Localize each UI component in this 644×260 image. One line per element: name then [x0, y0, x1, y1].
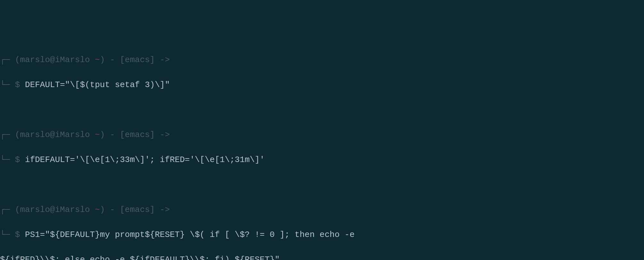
prompt-tilde: ~	[95, 205, 100, 215]
prompt-bracket-top: ┌─	[0, 130, 15, 140]
terminal-blank-2	[0, 179, 644, 191]
terminal-line-2: └─ $ DEFAULT="\[$(tput setaf 3)\]"	[0, 79, 644, 91]
command-text: ifDEFAULT='\[\e[1\;33m\]'; ifRED='\[\e[1…	[25, 155, 265, 165]
prompt-user-host: (marslo@iMarslo	[15, 130, 95, 140]
command-text: DEFAULT="\[$(tput setaf 3)\]"	[25, 80, 170, 90]
terminal-line-7: ${ifRED}\\$; else echo -e ${ifDEFAULT}\\…	[0, 254, 644, 260]
command-text-line2: ${ifRED}\\$; else echo -e ${ifDEFAULT}\\…	[0, 255, 280, 260]
prompt-dollar: $	[15, 155, 20, 165]
prompt-user-host: (marslo@iMarslo	[15, 205, 95, 215]
prompt-user-host: (marslo@iMarslo	[15, 55, 95, 65]
prompt-tilde: ~	[95, 55, 100, 65]
prompt-tilde: ~	[95, 130, 100, 140]
prompt-closing: ) - [emacs] ->	[100, 55, 170, 65]
prompt-bracket-top: ┌─	[0, 55, 15, 65]
prompt-bracket-top: ┌─	[0, 205, 15, 215]
terminal-line-5: ┌─ (marslo@iMarslo ~) - [emacs] ->	[0, 204, 644, 216]
prompt-dollar: $	[15, 80, 20, 90]
prompt-closing: ) - [emacs] ->	[100, 130, 170, 140]
prompt-closing: ) - [emacs] ->	[100, 205, 170, 215]
terminal-line-1: ┌─ (marslo@iMarslo ~) - [emacs] ->	[0, 54, 644, 66]
terminal-blank-1	[0, 104, 644, 116]
command-text-line1: PS1="${DEFAULT}my prompt${RESET} \$( if …	[25, 230, 359, 240]
terminal-line-3: ┌─ (marslo@iMarslo ~) - [emacs] ->	[0, 129, 644, 141]
prompt-bracket-bottom: └─	[0, 155, 15, 165]
terminal-line-6: └─ $ PS1="${DEFAULT}my prompt${RESET} \$…	[0, 229, 644, 241]
prompt-bracket-bottom: └─	[0, 230, 15, 240]
prompt-bracket-bottom: └─	[0, 80, 15, 90]
prompt-dollar: $	[15, 230, 20, 240]
terminal-line-4: └─ $ ifDEFAULT='\[\e[1\;33m\]'; ifRED='\…	[0, 154, 644, 166]
